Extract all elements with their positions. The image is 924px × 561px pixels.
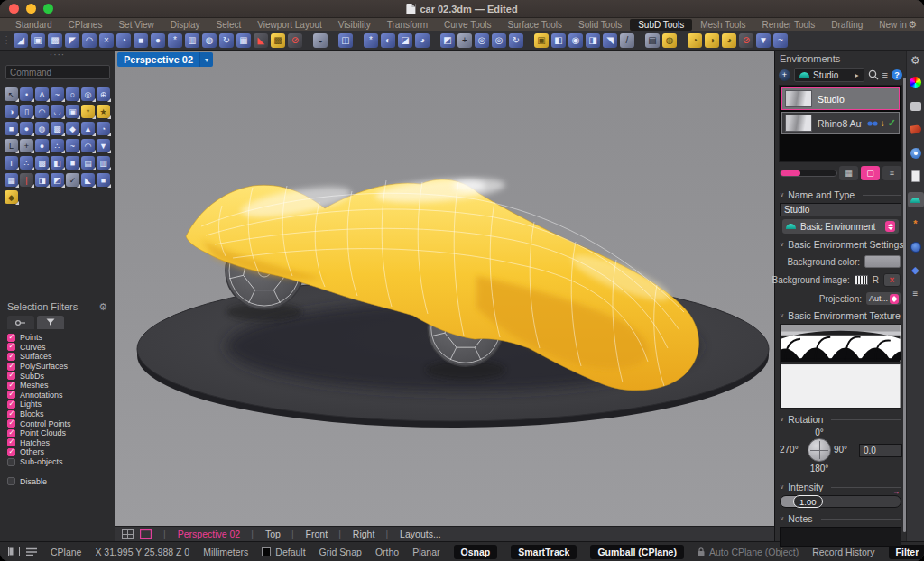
viewport-dropdown-icon[interactable]: ▾ (199, 52, 213, 67)
minimize-button[interactable] (26, 4, 36, 14)
sidebar-tool-icon[interactable]: ~ (66, 139, 79, 152)
menu-tab[interactable]: Render Tools (754, 19, 824, 31)
filter-checkbox[interactable] (7, 429, 15, 437)
filter-row[interactable]: Lights (0, 400, 115, 409)
intensity-section-header[interactable]: ∨ Intensity (780, 482, 901, 492)
layers-panel-tab[interactable] (908, 98, 924, 114)
toolbar-tool-icon[interactable]: ◠ (82, 33, 97, 48)
menu-tab[interactable]: Viewport Layout (249, 19, 330, 31)
menu-tab[interactable]: Set View (110, 19, 162, 31)
objects-filter-tab[interactable] (7, 316, 34, 329)
menu-tab[interactable]: Curve Tools (436, 19, 500, 31)
toolbar-tool-icon[interactable]: ◔ (688, 33, 702, 48)
filter-checkbox[interactable] (7, 382, 15, 390)
sidebar-tool-icon[interactable]: + (20, 139, 33, 152)
toolbar-tool-icon[interactable]: ◨ (586, 33, 600, 48)
rendering-panel-tab[interactable] (908, 122, 924, 137)
panel-menu-icon[interactable]: ≡ (882, 69, 888, 80)
toolbar-tool-icon[interactable]: ■ (134, 33, 148, 48)
texture-section-header[interactable]: ∨ Basic Environment Texture (780, 310, 901, 321)
filter-row[interactable]: Sub-objects (0, 457, 115, 467)
thumbnail-size-slider[interactable] (780, 170, 837, 177)
viewport-tab[interactable]: Front (286, 529, 333, 539)
filter-row[interactable]: Points (0, 333, 115, 343)
sidebar-tool-icon[interactable]: ● (20, 122, 33, 135)
projection-dropdown[interactable]: Aut... (866, 292, 901, 305)
coordinates-pane[interactable]: X 31.995 Y 25.988 Z 0 (95, 547, 189, 557)
panel-scrollbar[interactable] (903, 78, 906, 532)
sidebar-tool-icon[interactable]: ▥ (97, 156, 110, 170)
zoom-button[interactable] (43, 4, 53, 14)
filter-row[interactable]: Blocks (0, 409, 115, 419)
toolbar-tool-icon[interactable]: / (620, 33, 634, 48)
toolbar-tool-icon[interactable]: ◥ (603, 33, 617, 48)
toolbar-drag-handle[interactable]: ··· (3, 35, 10, 46)
sidebar-tool-icon[interactable]: ∴ (51, 139, 64, 152)
sidebar-tool-icon[interactable]: ◠ (35, 105, 49, 118)
toolbar-tool-icon[interactable]: ◕ (415, 33, 430, 48)
filter-checkbox[interactable] (7, 391, 15, 399)
sun-panel-tab[interactable]: * (908, 216, 924, 231)
sidebar-tool-icon[interactable]: ◡ (51, 105, 64, 118)
toolbar-tool-icon[interactable]: ▩ (48, 33, 62, 48)
sidebar-tool-icon[interactable]: ◩ (51, 173, 64, 187)
toolbar-tool-icon[interactable]: ◐ (381, 33, 395, 48)
sidebar-tool-icon[interactable]: ▼ (97, 139, 110, 152)
environment-name-field[interactable]: Studio (780, 203, 901, 216)
filter-row[interactable]: Control Points (0, 418, 115, 428)
toolbar-tool-icon[interactable]: ↻ (219, 33, 234, 48)
sidebar-tool-icon[interactable]: ◆ (66, 122, 79, 135)
toolbar-tool-icon[interactable]: ▩ (271, 33, 285, 48)
sidebar-tool-icon[interactable]: ◔ (97, 122, 110, 135)
single-view-button[interactable]: ▢ (861, 166, 880, 180)
filter-row[interactable]: Hatches (0, 438, 115, 448)
filter-checkbox[interactable] (7, 458, 15, 466)
sidebar-tool-icon[interactable]: ▦ (5, 173, 18, 187)
toolbar-tool-icon[interactable]: ◎ (475, 33, 489, 48)
grid-view-button[interactable]: ▦ (839, 166, 858, 180)
materials-panel-tab[interactable] (908, 239, 924, 254)
sidebar-tool-icon[interactable]: L (5, 139, 18, 152)
help-icon[interactable]: ? (892, 69, 902, 80)
disable-filter-row[interactable]: Disable (0, 476, 115, 486)
toolbar-tool-icon[interactable]: ⊘ (288, 33, 302, 48)
auto-cplane-toggle[interactable]: Auto CPlane (Object) (698, 547, 799, 557)
intensity-value[interactable]: 1.00 (793, 495, 823, 508)
environment-selector-dropdown[interactable]: Studio ▸ (794, 68, 864, 82)
sidebar-tool-icon[interactable]: • (20, 87, 33, 101)
list-view-button[interactable]: ≡ (882, 166, 901, 180)
environment-type-dropdown[interactable]: Basic Environment (782, 219, 899, 234)
remove-image-button[interactable]: × (883, 273, 901, 287)
add-environment-icon[interactable]: + (779, 69, 790, 81)
sidebar-tool-icon[interactable]: ▩ (35, 156, 49, 170)
toolbar-tool-icon[interactable]: * (364, 33, 378, 48)
sidebar-tool-icon[interactable]: ◨ (35, 173, 49, 187)
toolbar-tool-icon[interactable]: ▼ (756, 33, 771, 48)
menu-tab[interactable]: Drafting (823, 19, 871, 31)
background-image-thumbnail[interactable] (855, 275, 868, 285)
cplane-pane[interactable]: CPlane (51, 547, 81, 557)
planar-toggle[interactable]: Planar (412, 547, 439, 557)
selection-filters-gear-icon[interactable]: ⚙ (98, 301, 107, 313)
filter-checkbox[interactable] (7, 448, 15, 456)
toolbar-tool-icon[interactable]: ◧ (551, 33, 566, 48)
sidebar-tool-icon[interactable]: ~ (51, 87, 64, 101)
viewport-maximized-icon[interactable] (140, 529, 152, 539)
smarttrack-toggle[interactable]: SmartTrack (511, 545, 577, 559)
toolbar-tool-icon[interactable]: ▤ (645, 33, 660, 48)
filter-row[interactable]: Others (0, 447, 115, 457)
dropdown-stepper-icon[interactable] (885, 221, 895, 232)
toolbar-tool-icon[interactable]: ◉ (568, 33, 583, 48)
command-history-icon[interactable] (26, 547, 37, 556)
menubar-gear-icon[interactable]: ⚙ (908, 20, 917, 30)
viewport-title-tab[interactable]: Perspective 02 ▾ (117, 52, 213, 67)
sidebar-tool-icon[interactable]: ↖ (5, 87, 18, 101)
help-panel-tab[interactable] (908, 145, 924, 161)
filter-checkbox[interactable] (7, 343, 15, 351)
osnap-toggle[interactable]: Osnap (454, 545, 498, 559)
sidebar-tool-icon[interactable]: ◑ (5, 105, 18, 118)
sidebar-tool-icon[interactable]: ● (35, 139, 49, 152)
rotation-section-header[interactable]: ∨ Rotation (780, 414, 901, 425)
toolbar-tool-icon[interactable]: ◍ (202, 33, 217, 48)
filter-checkbox[interactable] (7, 353, 15, 361)
